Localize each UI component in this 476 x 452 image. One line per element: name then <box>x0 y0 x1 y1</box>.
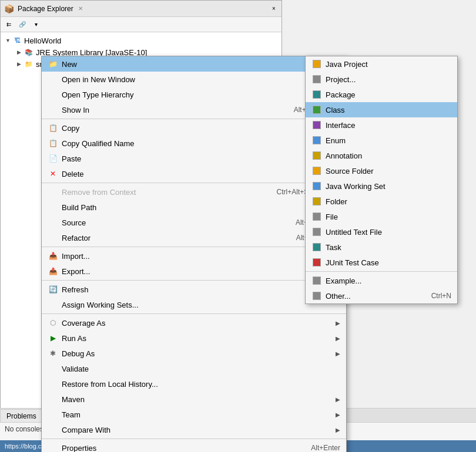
menu-item-open-type-hierarchy[interactable]: Open Type Hierarchy F4 <box>42 87 346 102</box>
empty-icon <box>48 409 58 420</box>
example-icon <box>311 275 322 286</box>
import-icon: 📥 <box>48 251 58 261</box>
menu-separator <box>42 119 346 119</box>
menu-item-project[interactable]: Project... <box>306 72 457 87</box>
empty-icon <box>48 394 58 404</box>
menu-item-label: Task <box>326 243 451 252</box>
menu-item-label: Compare With <box>62 426 331 434</box>
menu-item-open-new-window[interactable]: Open in New Window <box>42 72 346 87</box>
menu-item-team[interactable]: Team ▶ <box>42 407 346 422</box>
menu-item-enum[interactable]: Enum <box>306 133 457 148</box>
menu-item-annotation[interactable]: Annotation <box>306 148 457 163</box>
submenu-arrow: ▶ <box>336 396 340 403</box>
menu-item-label: Coverage As <box>62 319 331 328</box>
menu-item-label: Annotation <box>326 151 451 160</box>
panel-close-button[interactable]: × <box>270 5 278 13</box>
menu-item-class[interactable]: Class <box>306 102 457 117</box>
tab-problems[interactable]: Problems <box>0 409 43 422</box>
menu-item-delete[interactable]: ✕ Delete Delete <box>42 166 346 181</box>
new-icon: 📁 <box>48 59 58 69</box>
menu-item-other[interactable]: Other... Ctrl+N <box>306 288 457 303</box>
menu-item-untitled-text-file[interactable]: Untitled Text File <box>306 224 457 240</box>
menu-item-restore-local-history[interactable]: Restore from Local History... <box>42 376 346 392</box>
menu-item-label: Run As <box>62 334 331 343</box>
menu-item-label: Open in New Window <box>62 75 340 84</box>
menu-item-package[interactable]: Package <box>306 87 457 102</box>
empty-icon <box>48 363 58 374</box>
menu-item-assign-working-sets[interactable]: Assign Working Sets... <box>42 297 346 312</box>
menu-item-show-in[interactable]: Show In Alt+Shift+W ▶ <box>42 102 346 117</box>
menu-item-refactor[interactable]: Refactor Alt+Shift+T ▶ <box>42 230 346 245</box>
export-icon: 📤 <box>48 266 58 276</box>
menu-item-source-folder[interactable]: Source Folder <box>306 163 457 178</box>
menu-item-label: Java Project <box>326 60 451 69</box>
file-icon <box>311 211 322 222</box>
menu-item-label: Copy <box>62 124 309 133</box>
menu-item-debug-as[interactable]: ✱ Debug As ▶ <box>42 346 346 361</box>
menu-item-interface[interactable]: Interface <box>306 117 457 133</box>
submenu-arrow: ▶ <box>336 411 340 418</box>
panel-title-bar: 📦 Package Explorer ✕ × <box>1 1 281 17</box>
empty-icon <box>48 232 58 243</box>
menu-item-maven[interactable]: Maven ▶ <box>42 392 346 407</box>
menu-item-import[interactable]: 📥 Import... <box>42 248 346 264</box>
collapse-all-button[interactable]: ⇇ <box>3 19 15 31</box>
view-menu-button[interactable]: ▾ <box>30 19 42 31</box>
menu-item-junit-test-case[interactable]: JUnit Test Case <box>306 255 457 270</box>
menu-item-label: Validate <box>62 365 340 373</box>
menu-item-paste[interactable]: 📄 Paste Ctrl+V <box>42 151 346 166</box>
package-icon <box>311 89 322 100</box>
run-icon: ▶ <box>48 333 58 343</box>
menu-item-properties[interactable]: Properties Alt+Enter <box>42 440 346 452</box>
menu-item-coverage-as[interactable]: ⬡ Coverage As ▶ <box>42 315 346 330</box>
project-icon: 🏗 <box>12 36 22 45</box>
menu-item-validate[interactable]: Validate <box>42 361 346 376</box>
menu-item-remove-from-context[interactable]: Remove from Context Ctrl+Alt+Shift+Down <box>42 184 346 200</box>
menu-item-folder[interactable]: Folder <box>306 194 457 209</box>
menu-item-new[interactable]: 📁 New ▶ <box>42 56 346 72</box>
menu-item-label: Import... <box>62 252 340 261</box>
java-project-icon <box>311 59 322 69</box>
menu-separator <box>42 438 346 439</box>
menu-item-example[interactable]: Example... <box>306 273 457 288</box>
menu-item-label: Open Type Hierarchy <box>62 90 320 99</box>
class-icon <box>311 104 322 115</box>
enum-icon <box>311 135 322 146</box>
menu-item-task[interactable]: Task <box>306 240 457 255</box>
menu-item-source[interactable]: Source Alt+Shift+S ▶ <box>42 215 346 230</box>
menu-item-copy[interactable]: 📋 Copy Ctrl+C <box>42 120 346 136</box>
menu-item-label: Properties <box>62 444 299 453</box>
source-folder-icon <box>311 166 322 176</box>
submenu-arrow: ▶ <box>336 427 340 433</box>
menu-separator <box>306 271 457 272</box>
menu-item-compare-with[interactable]: Compare With ▶ <box>42 422 346 437</box>
menu-item-label: Example... <box>326 276 451 285</box>
menu-item-refresh[interactable]: 🔄 Refresh F5 <box>42 282 346 297</box>
menu-separator <box>42 247 346 247</box>
tree-arrow: ▶ <box>17 49 24 55</box>
link-with-editor-button[interactable]: 🔗 <box>16 19 28 31</box>
menu-item-label: Restore from Local History... <box>62 380 340 389</box>
refresh-icon: 🔄 <box>48 284 58 295</box>
coverage-icon: ⬡ <box>48 318 58 328</box>
menu-item-java-working-set[interactable]: Java Working Set <box>306 178 457 194</box>
menu-item-copy-qualified-name[interactable]: 📋 Copy Qualified Name <box>42 136 346 151</box>
menu-item-build-path[interactable]: Build Path ▶ <box>42 200 346 215</box>
menu-item-shortcut: Alt+Enter <box>311 444 340 452</box>
other-icon <box>311 291 322 301</box>
menu-item-export[interactable]: 📤 Export... <box>42 264 346 279</box>
menu-item-file[interactable]: File <box>306 209 457 224</box>
menu-item-label: Untitled Text File <box>326 228 451 237</box>
menu-item-label: Team <box>62 410 331 419</box>
empty-icon <box>48 104 58 115</box>
menu-item-label: Debug As <box>62 349 331 358</box>
menu-item-label: Show In <box>62 106 282 114</box>
src-icon: 📁 <box>24 59 33 69</box>
menu-item-java-project[interactable]: Java Project <box>306 56 457 72</box>
annotation-icon <box>311 150 322 161</box>
task-icon <box>311 242 322 252</box>
menu-item-label: Package <box>326 90 451 99</box>
ide-window: 📦 Package Explorer ✕ × ⇇ 🔗 ▾ ▼ 🏗 HelloWo… <box>0 0 476 452</box>
tree-item-helloworld[interactable]: ▼ 🏗 HelloWorld <box>1 35 281 46</box>
menu-item-run-as[interactable]: ▶ Run As ▶ <box>42 330 346 346</box>
